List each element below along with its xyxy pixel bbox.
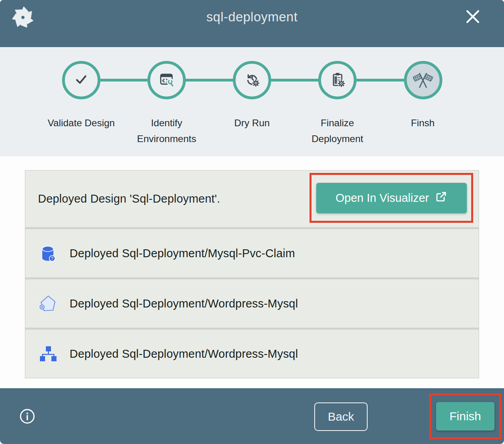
svg-text:?: ? xyxy=(51,256,53,261)
deployed-resource-text: Deployed Sql-Deployment/Wordpress-Mysql xyxy=(70,347,298,361)
close-icon xyxy=(464,20,481,26)
step-circle-dry-run xyxy=(233,61,271,99)
pvc-database-icon: ? xyxy=(38,244,57,263)
dialog-footer: Back Finish xyxy=(0,388,504,444)
deployed-resource-text: Deployed Sql-Deployment/Wordpress-Mysql xyxy=(70,297,298,310)
stepper-circles xyxy=(62,61,442,99)
deployment-tree-icon xyxy=(38,344,57,363)
step-label-finalize-deployment: Finalize Deployment xyxy=(295,115,380,147)
dialog-header: sql-deployment xyxy=(0,0,504,47)
deployment-wizard-dialog: sql-deployment xyxy=(0,0,504,444)
open-in-visualizer-button[interactable]: Open In Visualizer xyxy=(316,183,467,213)
racing-flags-icon xyxy=(413,69,433,91)
dialog-title: sql-deployment xyxy=(0,9,504,25)
step-circle-finalize-deployment xyxy=(318,61,357,99)
finish-button[interactable]: Finish xyxy=(436,402,495,431)
step-connector xyxy=(186,79,233,82)
results-panel: Deployed Design 'Sql-Deployment'. Open I… xyxy=(25,170,479,378)
step-label-validate-design: Validate Design xyxy=(39,115,124,147)
deployed-design-row: Deployed Design 'Sql-Deployment'. Open I… xyxy=(25,171,479,227)
external-link-icon xyxy=(435,191,447,205)
step-label-identify-environments: Identify Environments xyxy=(124,115,210,147)
sync-gear-icon xyxy=(243,70,261,90)
deployed-resource-text: Deployed Sql-Deployment/Mysql-Pvc-Claim xyxy=(70,247,295,260)
step-circle-finish xyxy=(404,61,442,99)
step-label-finish: Finsh xyxy=(380,115,466,147)
code-window-wrench-icon xyxy=(157,70,176,90)
info-button[interactable] xyxy=(19,408,36,425)
highlight-box-finish: Finish xyxy=(429,393,501,439)
step-circle-identify-environments xyxy=(147,61,186,99)
open-in-visualizer-label: Open In Visualizer xyxy=(336,192,429,205)
service-pentagon-icon xyxy=(38,294,57,313)
step-label-dry-run: Dry Run xyxy=(210,115,295,147)
deployed-design-message: Deployed Design 'Sql-Deployment'. xyxy=(38,192,220,205)
close-button[interactable] xyxy=(464,8,481,25)
deployment-results: Deployed Design 'Sql-Deployment'. Open I… xyxy=(0,156,504,388)
info-icon xyxy=(19,420,36,426)
step-connector xyxy=(100,79,147,82)
deployed-resource-row: Deployed Sql-Deployment/Wordpress-Mysql xyxy=(25,279,479,328)
back-button[interactable]: Back xyxy=(314,402,368,431)
deployed-resource-row: ? Deployed Sql-Deployment/Mysql-Pvc-Clai… xyxy=(25,229,479,277)
highlight-box-visualizer: Open In Visualizer xyxy=(310,173,473,223)
check-icon xyxy=(72,70,90,90)
stepper-labels: Validate Design Identify Environments Dr… xyxy=(39,115,466,147)
step-connector xyxy=(357,79,404,82)
deployment-stepper: Validate Design Identify Environments Dr… xyxy=(0,47,504,156)
clipboard-gear-icon xyxy=(328,70,347,90)
step-circle-validate-design xyxy=(62,61,100,99)
deployed-resource-row: Deployed Sql-Deployment/Wordpress-Mysql xyxy=(25,330,479,378)
step-connector xyxy=(271,79,318,82)
